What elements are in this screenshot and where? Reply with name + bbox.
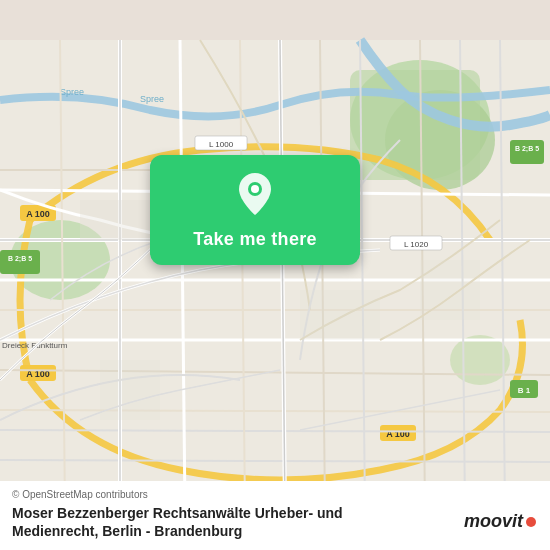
svg-text:B 2;B 5: B 2;B 5 [515, 145, 539, 153]
svg-text:B 2;B 5: B 2;B 5 [8, 255, 32, 263]
svg-rect-41 [510, 140, 544, 164]
take-me-there-button[interactable]: Take me there [150, 155, 360, 265]
moovit-dot-icon [526, 517, 536, 527]
location-name: Moser Bezzenberger Rechtsanwälte Urheber… [12, 504, 402, 540]
cta-button-label: Take me there [193, 229, 317, 250]
svg-text:Spree: Spree [140, 94, 164, 104]
map-background: Spree Spree A 100 A 100 A 100 [0, 0, 550, 550]
svg-text:Spree: Spree [60, 87, 84, 97]
svg-text:A 100: A 100 [26, 209, 50, 219]
copyright-text: © OpenStreetMap contributors [12, 489, 538, 500]
location-pin-icon [236, 171, 274, 221]
map-container: Spree Spree A 100 A 100 A 100 [0, 0, 550, 550]
svg-text:B 1: B 1 [518, 386, 531, 395]
svg-text:L 1020: L 1020 [404, 240, 429, 249]
footer-bar: © OpenStreetMap contributors Moser Bezze… [0, 481, 550, 550]
svg-point-49 [251, 185, 259, 193]
svg-point-5 [450, 335, 510, 385]
svg-text:L 1000: L 1000 [209, 140, 234, 149]
moovit-branding: moovit [464, 511, 536, 532]
moovit-label: moovit [464, 511, 523, 532]
svg-rect-43 [0, 250, 40, 274]
